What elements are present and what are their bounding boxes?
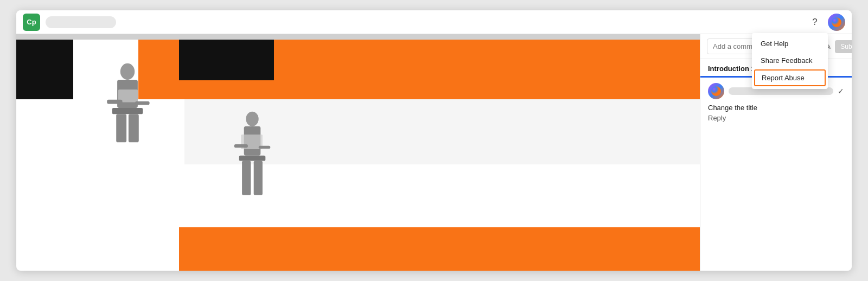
dropdown-share-feedback[interactable]: Share Feedback [752,52,828,69]
orange-bottom-bar [179,227,700,271]
commenter-avatar [708,83,724,99]
dropdown-menu: Get Help Share Feedback Report Abuse [752,33,828,89]
top-bar-icons: ? [806,14,845,31]
svg-point-9 [246,112,258,126]
user-avatar-icon[interactable] [828,14,845,31]
svg-point-1 [120,63,135,80]
comment-text: Change the title [708,104,844,112]
content-area: @ ✎ Submit Introduction 1 - Desktop [16,34,852,271]
svg-rect-8 [135,101,149,105]
svg-rect-16 [259,146,271,149]
app-logo: Cp [23,14,40,31]
svg-rect-11 [239,156,266,161]
black-block-top-center [179,40,274,80]
svg-point-0 [832,17,841,27]
submit-button[interactable]: Submit [835,40,852,53]
svg-point-17 [711,86,721,96]
svg-rect-7 [107,100,122,104]
svg-rect-15 [234,144,248,148]
top-bar: Cp ? [16,10,852,34]
dropdown-report-abuse[interactable]: Report Abuse [754,69,826,86]
svg-rect-13 [254,161,263,195]
app-window: Cp ? [16,10,852,271]
help-icon-button[interactable]: ? [806,14,824,31]
black-block-left [16,40,73,99]
person-1-figure [100,61,155,154]
dropdown-get-help[interactable]: Get Help [752,35,828,52]
person-2-figure [228,110,277,208]
url-bar [46,16,116,28]
svg-rect-4 [116,114,126,142]
svg-rect-12 [242,161,251,195]
design-area [16,40,700,271]
checkmark-icon: ✓ [838,87,844,95]
main-canvas [16,34,700,271]
svg-rect-3 [112,108,143,114]
reply-button[interactable]: Reply [708,114,844,122]
svg-rect-5 [129,114,139,142]
